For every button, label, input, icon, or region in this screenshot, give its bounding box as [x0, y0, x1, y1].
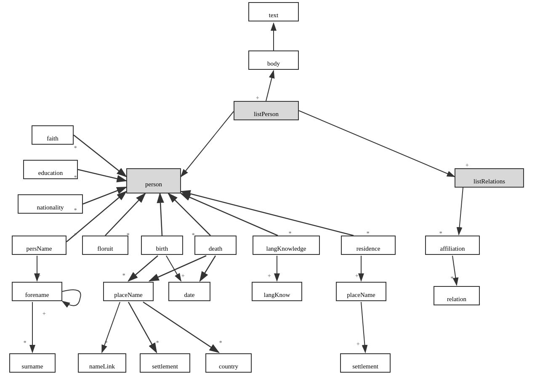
multiplicity-20: * [156, 340, 159, 347]
svg-line-8 [83, 187, 126, 204]
svg-line-21 [200, 256, 215, 281]
multiplicity-22: + [356, 341, 360, 347]
svg-line-19 [166, 256, 181, 281]
node-text: text [248, 2, 299, 21]
multiplicity-13: + [181, 273, 185, 279]
multiplicity-2: * [74, 145, 77, 152]
multiplicity-0: + [255, 95, 259, 101]
multiplicity-17: * [23, 340, 26, 347]
node-nameLink: nameLink [78, 353, 126, 373]
node-listRelations: listRelations [455, 168, 524, 188]
node-nationality: nationality [18, 194, 83, 214]
node-affiliation: affiliation [425, 236, 480, 255]
node-placeName2: placeName [336, 282, 386, 301]
multiplicity-21: * [219, 340, 222, 347]
svg-line-12 [168, 193, 210, 236]
svg-line-11 [160, 193, 162, 236]
multiplicity-18: + [42, 310, 46, 317]
svg-line-15 [459, 188, 463, 235]
multiplicity-14: + [267, 273, 271, 279]
node-forename: forename [12, 282, 62, 301]
node-country: country [205, 353, 252, 373]
svg-line-13 [181, 193, 278, 236]
svg-line-24 [361, 302, 365, 352]
node-floruit: floruit [82, 236, 128, 255]
svg-line-6 [74, 135, 126, 177]
multiplicity-6: * [126, 232, 129, 239]
multiplicity-3: * [74, 175, 77, 181]
node-settlement2: settlement [340, 353, 391, 373]
svg-line-14 [181, 191, 354, 236]
multiplicity-9: * [366, 230, 369, 237]
svg-line-28 [143, 302, 219, 352]
node-person: person [126, 168, 181, 193]
node-body: body [248, 50, 299, 70]
multiplicity-8: * [288, 230, 291, 237]
node-langKnow: langKnow [252, 282, 302, 301]
multiplicity-12: * [122, 273, 125, 279]
svg-line-20 [149, 256, 206, 281]
svg-line-7 [78, 170, 126, 181]
svg-line-4 [181, 111, 234, 177]
multiplicity-19: * [104, 340, 107, 347]
multiplicity-7: * [192, 232, 194, 239]
svg-line-3 [266, 71, 274, 101]
node-date: date [168, 282, 210, 301]
svg-line-27 [128, 302, 157, 352]
node-faith: faith [32, 125, 74, 145]
node-listPerson: listPerson [234, 101, 299, 120]
svg-line-18 [128, 256, 158, 281]
multiplicity-4: * [74, 207, 77, 214]
multiplicity-11: + [37, 273, 41, 279]
multiplicity-5: * [74, 232, 77, 239]
node-langKnowledge: langKnowledge [253, 236, 320, 255]
svg-line-10 [105, 193, 145, 236]
svg-line-5 [299, 111, 455, 177]
node-residence: residence [341, 236, 396, 255]
multiplicity-15: + [355, 273, 359, 279]
node-education: education [23, 160, 78, 179]
multiplicity-16: * [450, 275, 453, 282]
multiplicity-1: + [465, 162, 469, 169]
node-relation: relation [434, 286, 480, 305]
node-settlement1: settlement [140, 353, 190, 373]
node-birth: birth [141, 236, 183, 255]
node-surname: surname [9, 353, 56, 373]
multiplicity-10: * [439, 230, 442, 237]
node-persName: persName [12, 236, 67, 255]
node-death: death [194, 236, 237, 255]
node-placeName1: placeName [103, 282, 154, 301]
